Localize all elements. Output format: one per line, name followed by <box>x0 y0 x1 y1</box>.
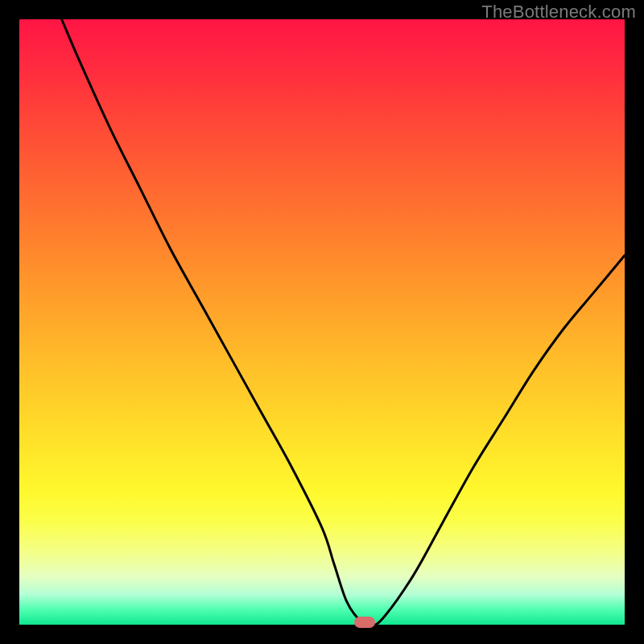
plot-area <box>19 19 625 625</box>
bottleneck-curve <box>19 19 625 625</box>
chart-frame: TheBottleneck.com <box>0 0 644 644</box>
optimal-marker <box>354 617 375 628</box>
